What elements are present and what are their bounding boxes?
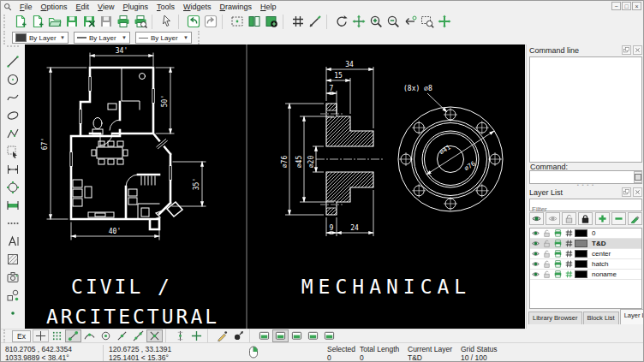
- print-preview-view-button[interactable]: [321, 329, 337, 342]
- layer-color-swatch[interactable]: [575, 229, 587, 237]
- layer-name[interactable]: hatch: [589, 260, 641, 268]
- layer-construction-icon[interactable]: [565, 229, 573, 237]
- drawing-canvas[interactable]: 34' 50' 67' 35' 40' CIVIL / ARCITECTURAL: [25, 45, 525, 329]
- command-input[interactable]: [530, 172, 634, 182]
- dimension-tool-button[interactable]: [4, 160, 22, 178]
- selection-window-button[interactable]: [229, 13, 246, 30]
- layer-visible-icon[interactable]: [532, 240, 540, 247]
- pen-width-select[interactable]: By Layer ▼: [74, 32, 130, 44]
- text-tool-button[interactable]: [4, 232, 22, 250]
- tab-block-list[interactable]: Block List: [583, 312, 619, 324]
- menu-tools[interactable]: Tools: [152, 2, 179, 12]
- layer-name[interactable]: 0: [589, 229, 641, 237]
- menu-widgets[interactable]: Widgets: [179, 2, 216, 12]
- layer-visible-icon[interactable]: [532, 250, 540, 258]
- open-file-button[interactable]: [46, 13, 63, 30]
- image-tool-button[interactable]: [4, 268, 22, 286]
- polyline-tool-button[interactable]: [4, 124, 22, 142]
- tab-library-browser[interactable]: Library Browser: [528, 312, 582, 324]
- lock-relative-zero-button[interactable]: [214, 329, 230, 342]
- snap-middle-button[interactable]: [114, 329, 130, 342]
- close-button[interactable]: ×: [632, 2, 641, 10]
- restrict-orthogonal-button[interactable]: [188, 329, 205, 342]
- draft-mode-button[interactable]: [307, 13, 324, 30]
- float-dock-button[interactable]: [622, 45, 631, 55]
- circle-tool-button[interactable]: [4, 70, 22, 88]
- layer-print-icon[interactable]: [554, 229, 562, 237]
- add-layer-button[interactable]: [595, 212, 610, 225]
- remove-layer-button[interactable]: [611, 212, 626, 225]
- hatch-tool-button[interactable]: [4, 250, 22, 268]
- menu-options[interactable]: Options: [37, 2, 72, 12]
- snap-on-entity-button[interactable]: [81, 329, 98, 342]
- menu-file[interactable]: File: [15, 2, 37, 12]
- layer-print-icon[interactable]: [554, 260, 562, 268]
- toolbar-grip[interactable]: [3, 329, 9, 343]
- layer-color-swatch[interactable]: [575, 270, 587, 278]
- layer-row-selected[interactable]: T&D: [530, 239, 641, 249]
- more-tools-button[interactable]: [4, 214, 22, 232]
- layer-print-icon[interactable]: [554, 240, 562, 247]
- print-button[interactable]: [115, 13, 132, 30]
- modify-layer-button[interactable]: [628, 212, 642, 225]
- layer-construction-icon[interactable]: [565, 270, 573, 278]
- save-as-button[interactable]: [80, 13, 98, 30]
- new-document-button[interactable]: [12, 13, 29, 30]
- print-preview-button[interactable]: [132, 13, 149, 30]
- layer-print-icon[interactable]: [554, 270, 562, 278]
- block-tool-button[interactable]: [4, 286, 22, 304]
- layer-lock-icon[interactable]: [543, 240, 551, 247]
- auto-zoom-button[interactable]: [350, 13, 367, 30]
- layer-row[interactable]: center: [530, 249, 641, 259]
- menu-drawings[interactable]: Drawings: [216, 2, 257, 12]
- close-dock-button[interactable]: [633, 187, 642, 197]
- fullscreen-view-button[interactable]: [256, 329, 272, 342]
- layer-lock-icon[interactable]: [543, 270, 551, 278]
- view-panel-add-button[interactable]: [263, 13, 280, 30]
- zoom-out-button[interactable]: [385, 13, 402, 30]
- point-tool-button[interactable]: [4, 304, 22, 322]
- layer-construction-icon[interactable]: [565, 240, 573, 247]
- dimension-horizontal-button[interactable]: [4, 196, 22, 214]
- curve-tool-button[interactable]: [4, 88, 22, 106]
- layer-row[interactable]: noname: [530, 270, 641, 280]
- draft-view-button[interactable]: [272, 329, 289, 342]
- layer-row[interactable]: hatch: [530, 259, 641, 270]
- layer-lock-icon[interactable]: [543, 250, 551, 258]
- layer-row[interactable]: 0: [530, 228, 641, 239]
- set-relative-zero-button[interactable]: [230, 329, 247, 342]
- snap-center-button[interactable]: [98, 329, 114, 342]
- pen-color-select[interactable]: By Layer ▼: [12, 32, 69, 44]
- menu-view[interactable]: View: [93, 2, 118, 12]
- menu-edit[interactable]: Edit: [72, 2, 94, 12]
- exclusive-snap-button[interactable]: Ex: [12, 330, 31, 342]
- layer-visible-icon[interactable]: [532, 260, 540, 268]
- unlock-all-layers-button[interactable]: [562, 212, 576, 225]
- layer-name[interactable]: center: [589, 250, 641, 258]
- layer-lock-icon[interactable]: [543, 260, 551, 268]
- layer-visible-icon[interactable]: [532, 270, 540, 278]
- window-zoom-button[interactable]: [419, 13, 436, 30]
- menu-plugins[interactable]: Plugins: [118, 2, 152, 12]
- show-grid-button[interactable]: [289, 13, 307, 30]
- save-button[interactable]: [63, 13, 80, 30]
- snap-intersection-button[interactable]: [146, 329, 163, 342]
- pointer-button[interactable]: [158, 13, 176, 30]
- layer-lock-icon[interactable]: [543, 229, 551, 237]
- tab-layer-list[interactable]: Layer List: [620, 309, 644, 324]
- layer-visible-icon[interactable]: [532, 229, 540, 237]
- show-all-layers-button[interactable]: [529, 212, 544, 225]
- undo-button[interactable]: [185, 13, 202, 30]
- command-options-button[interactable]: [634, 171, 642, 183]
- layer-construction-icon[interactable]: [565, 250, 573, 258]
- ellipse-tool-button[interactable]: [4, 106, 22, 124]
- snap-distance-button[interactable]: [130, 329, 146, 342]
- snap-endpoint-button[interactable]: [65, 329, 81, 342]
- previous-view-button[interactable]: [402, 13, 419, 30]
- layer-color-swatch[interactable]: [575, 250, 587, 258]
- restrict-vertical-button[interactable]: [172, 329, 188, 342]
- close-dock-button[interactable]: [633, 45, 642, 55]
- page-view-button[interactable]: [305, 329, 321, 342]
- float-dock-button[interactable]: [622, 187, 631, 197]
- toolbar-grip[interactable]: [7, 45, 19, 50]
